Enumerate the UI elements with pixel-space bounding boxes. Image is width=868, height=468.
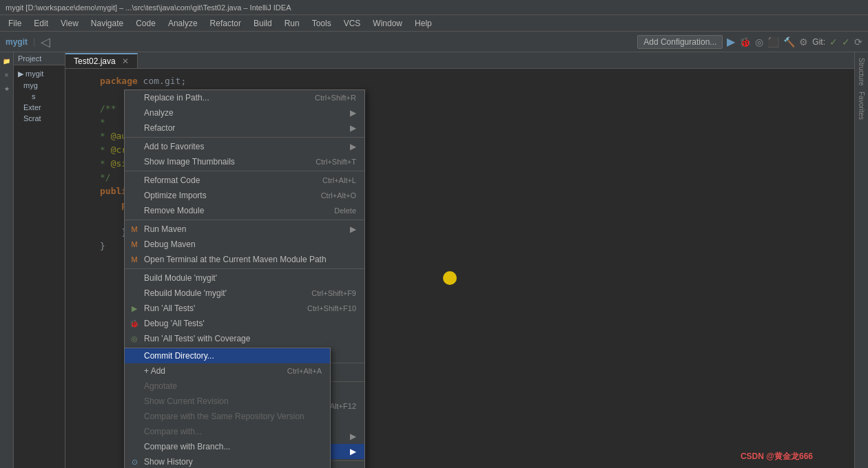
menu-edit[interactable]: Edit [28, 17, 54, 30]
sidebar-favorites-icon[interactable]: ★ [1, 83, 13, 95]
project-tree: ▶ mygit myg s Exter Scrat [14, 65, 65, 127]
ctx-build-module[interactable]: Build Module 'mygit' [125, 270, 364, 286]
sidebar-icons: 📁 ≡ ★ [0, 52, 14, 468]
ctx-show-image-thumbnails[interactable]: Show Image Thumbnails Ctrl+Shift+T [125, 154, 364, 169]
stop-icon[interactable]: ⬛ [767, 36, 779, 47]
ctx-refactor[interactable]: Refactor ▶ [125, 120, 364, 136]
ctx-commit-directory[interactable]: Commit Directory... [125, 348, 330, 363]
menu-bar: File Edit View Navigate Code Analyze Ref… [0, 15, 868, 32]
sidebar-structure-icon[interactable]: ≡ [1, 69, 13, 81]
ctx-annotate: Agnotate [125, 379, 330, 394]
cursor-indicator [443, 271, 457, 285]
menu-run[interactable]: Run [279, 17, 305, 30]
ctx-compare-same-version: Compare with the Same Repository Version [125, 409, 330, 424]
ctx-run-coverage[interactable]: ◎ Run 'All Tests' with Coverage [125, 331, 364, 346]
menu-view[interactable]: View [55, 17, 84, 30]
editor-area: Test02.java ✕ package com.git; /** * * @… [65, 52, 854, 468]
menu-refactor[interactable]: Refactor [205, 17, 247, 30]
maven-terminal-icon: M [129, 254, 140, 265]
coverage-icon: ◎ [129, 333, 140, 344]
ctx-debug-tests[interactable]: 🐞 Debug 'All Tests' [125, 316, 364, 331]
tree-item-myg[interactable]: myg [15, 80, 63, 91]
sidebar-project-icon[interactable]: 📁 [1, 55, 13, 67]
debug-tests-icon: 🐞 [129, 318, 140, 329]
ctx-debug-maven[interactable]: M Debug Maven [125, 237, 364, 252]
menu-tools[interactable]: Tools [307, 17, 337, 30]
main-layout: 📁 ≡ ★ Project ▶ mygit myg s Exter Scrat … [0, 52, 868, 468]
structure-panel-btn[interactable]: Structure [856, 55, 867, 89]
maven-debug-icon: M [129, 239, 140, 250]
menu-vcs[interactable]: VCS [338, 17, 366, 30]
title-text: mygit [D:\workspace\demo\mygit] – ...\sr… [6, 3, 291, 12]
menu-file[interactable]: File [3, 17, 27, 30]
coverage-icon[interactable]: ◎ [755, 36, 763, 47]
ctx-sep-4 [125, 268, 364, 269]
ctx-run-maven[interactable]: M Run Maven ▶ [125, 222, 364, 237]
ctx-compare-with-dots: Compare with... [125, 424, 330, 439]
git-label: Git: [812, 37, 825, 47]
ctx-run-tests[interactable]: ▶ Run 'All Tests' Ctrl+Shift+F10 [125, 301, 364, 316]
ctx-sep-1 [125, 137, 364, 138]
ctx-open-terminal-maven[interactable]: M Open Terminal at the Current Maven Mod… [125, 252, 364, 267]
ctx-reformat-code[interactable]: Reformat Code Ctrl+Alt+L [125, 173, 364, 188]
history-icon: ⊙ [129, 456, 140, 467]
right-panel: Structure Favorites [854, 52, 868, 468]
settings-icon[interactable]: ⚙ [799, 36, 808, 47]
debug-icon[interactable]: 🐞 [739, 36, 751, 47]
menus-container: Replace in Path... Ctrl+Shift+R Analyze … [124, 89, 365, 468]
maven-icon: M [129, 224, 140, 235]
toolbar-right: Add Configuration... ▶ 🐞 ◎ ⬛ 🔨 ⚙ Git: ✓ … [637, 35, 862, 49]
right-context-menu: Commit Directory... + Add Ctrl+Alt+A Agn… [124, 348, 331, 468]
ctx-add-favorites[interactable]: Add to Favorites ▶ [125, 139, 364, 154]
ctx-sep-2 [125, 171, 364, 171]
build-icon[interactable]: 🔨 [783, 36, 795, 47]
tree-item-s[interactable]: s [15, 91, 63, 102]
ctx-optimize-imports[interactable]: Optimize Imports Ctrl+Alt+O [125, 188, 364, 203]
favorites-panel-btn[interactable]: Favorites [856, 89, 867, 123]
tree-item-scrat[interactable]: Scrat [15, 113, 63, 124]
menu-analyze[interactable]: Analyze [163, 17, 203, 30]
menu-help[interactable]: Help [409, 17, 437, 30]
toolbar: mygit | ◁ Add Configuration... ▶ 🐞 ◎ ⬛ 🔨… [0, 32, 868, 52]
git-sync-icon[interactable]: ⟳ [854, 36, 862, 47]
ctx-add[interactable]: + Add Ctrl+Alt+A [125, 363, 330, 379]
add-configuration-button[interactable]: Add Configuration... [637, 35, 723, 49]
ctx-sep-3 [125, 220, 364, 220]
title-bar: mygit [D:\workspace\demo\mygit] – ...\sr… [0, 0, 868, 15]
project-label: mygit [6, 37, 28, 47]
menu-navigate[interactable]: Navigate [85, 17, 129, 30]
ctx-show-current-revision: Show Current Revision [125, 394, 330, 409]
tree-item-mygit[interactable]: ▶ mygit [15, 68, 63, 80]
ctx-remove-module[interactable]: Remove Module Delete [125, 203, 364, 218]
project-panel: Project ▶ mygit myg s Exter Scrat [14, 52, 65, 468]
git-check-icon[interactable]: ✓ [829, 36, 838, 47]
tree-item-exter[interactable]: Exter [15, 102, 63, 113]
menu-window[interactable]: Window [367, 17, 408, 30]
ctx-show-history[interactable]: ⊙ Show History [125, 454, 330, 468]
run-icon: ▶ [129, 303, 140, 314]
watermark: CSDN @黄金龙666 [741, 451, 813, 462]
menu-code[interactable]: Code [130, 17, 161, 30]
ctx-compare-with-branch[interactable]: Compare with Branch... [125, 439, 330, 454]
project-panel-header: Project [14, 52, 65, 65]
menu-build[interactable]: Build [248, 17, 278, 30]
git-check2-icon[interactable]: ✓ [842, 36, 850, 47]
ctx-replace-in-path[interactable]: Replace in Path... Ctrl+Shift+R [125, 90, 364, 105]
run-icon[interactable]: ▶ [727, 35, 735, 48]
ctx-rebuild-module[interactable]: Rebuild Module 'mygit' Ctrl+Shift+F9 [125, 286, 364, 301]
ctx-analyze[interactable]: Analyze ▶ [125, 105, 364, 120]
